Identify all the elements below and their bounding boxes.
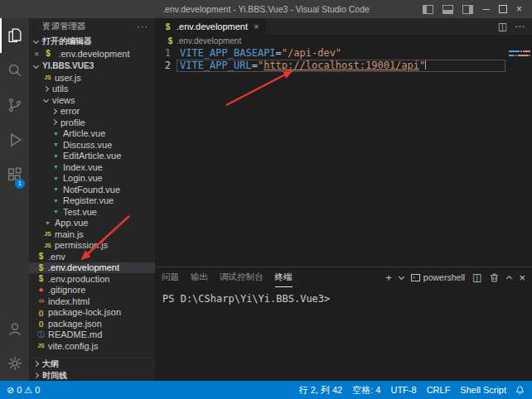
panel: 问题输出调试控制台终端 + > powershell ◫ ×	[155, 267, 532, 381]
tree-item-user.js[interactable]: JSuser.js	[29, 72, 155, 84]
source-control-icon[interactable]	[0, 88, 29, 123]
tree-item-label: Article.vue	[63, 128, 105, 138]
tree-item-Article.vue[interactable]: ▼Article.vue	[29, 128, 155, 140]
timeline-section[interactable]: 时间线	[29, 369, 155, 381]
tree-item-index.html[interactable]: <>index.html	[29, 296, 155, 307]
panel-tab-问题[interactable]: 问题	[162, 267, 179, 287]
split-terminal-icon[interactable]: ◫	[472, 272, 481, 283]
workspace-section[interactable]: YI.BBS.VUE3	[29, 60, 155, 72]
tree-item-.env.production[interactable]: $.env.production	[29, 273, 155, 285]
tab-close-icon[interactable]: ×	[254, 22, 259, 31]
tree-item-.env[interactable]: $.env	[29, 251, 155, 262]
outline-section[interactable]: 大纲	[29, 358, 155, 369]
tree-item-views[interactable]: views	[29, 94, 155, 106]
minimize-button[interactable]: ─	[482, 5, 490, 14]
tree-item-error[interactable]: error	[29, 106, 155, 118]
tab-env-development[interactable]: $ .env.development ×	[155, 18, 266, 35]
tree-item-main.js[interactable]: JSmain.js	[29, 228, 155, 240]
code-token: "/api-dev"	[282, 47, 341, 59]
minimap-token	[509, 50, 520, 52]
kill-terminal-icon[interactable]	[489, 272, 500, 283]
open-editor-item[interactable]: × $ .env.development	[29, 47, 155, 60]
status-item-0[interactable]: 行 2, 列 42	[294, 384, 348, 397]
minimap-token	[515, 55, 515, 56]
vue-file-icon: ▼	[51, 142, 61, 147]
panel-tab-终端[interactable]: 终端	[275, 267, 293, 287]
customize-layout-icon[interactable]	[462, 5, 473, 14]
tree-item-EditArticle.vue[interactable]: ▼EditArticle.vue	[29, 151, 155, 162]
editor-code-area[interactable]: 1VITE_APP_BASEAPI="/api-dev"2VITE_APP_UR…	[155, 46, 532, 267]
tab-label: .env.development	[177, 22, 248, 31]
minimap[interactable]	[507, 48, 532, 267]
toggle-panel-icon[interactable]	[443, 5, 453, 14]
tree-item-Login.vue[interactable]: ▼Login.vue	[29, 173, 155, 185]
status-item-2[interactable]: UTF-8	[385, 385, 421, 395]
tree-item-.env.development[interactable]: $.env.development	[29, 262, 155, 274]
env-file-icon: $	[162, 22, 173, 31]
close-panel-icon[interactable]: ×	[519, 272, 525, 284]
more-actions-icon[interactable]: ···	[138, 22, 149, 31]
breadcrumb[interactable]: $ .env.development	[155, 35, 532, 46]
tree-item-Register.vue[interactable]: ▼Register.vue	[29, 195, 155, 207]
split-editor-icon[interactable]: ◫	[498, 21, 507, 32]
terminal-instance-selector[interactable]: > powershell	[411, 272, 465, 282]
panel-tab-输出[interactable]: 输出	[191, 267, 208, 287]
tree-item-label: permission.js	[55, 240, 108, 250]
breadcrumb-file: .env.development	[177, 36, 241, 46]
tree-item-vite.config.js[interactable]: JSvite.config.js	[29, 340, 155, 352]
tree-item-label: Index.vue	[63, 162, 103, 172]
extensions-icon[interactable]: 1	[0, 157, 29, 192]
tree-item-label: index.html	[48, 296, 89, 306]
tree-item-permission.js[interactable]: JSpermission.js	[29, 240, 155, 252]
activity-bar: 1	[0, 18, 29, 381]
run-debug-icon[interactable]	[0, 123, 29, 157]
tree-item-App.vue[interactable]: ▼App.vue	[29, 218, 155, 229]
status-item-4[interactable]: Shell Script	[455, 385, 511, 395]
maximize-button[interactable]	[499, 5, 507, 13]
shell-name: powershell	[423, 272, 465, 282]
toggle-sidebar-icon[interactable]	[423, 5, 433, 14]
search-icon[interactable]	[0, 53, 29, 88]
code-token: =	[276, 47, 282, 59]
tree-item-.gitignore[interactable]: ◆.gitignore	[29, 285, 155, 296]
maximize-panel-icon[interactable]	[507, 274, 511, 281]
env-file-icon: $	[36, 274, 46, 283]
editor-group: $ .env.development × ◫ ⋯ $ .env.developm…	[155, 18, 532, 381]
explorer-icon[interactable]	[0, 18, 29, 53]
notifications-bell-icon[interactable]	[511, 385, 525, 396]
account-icon[interactable]	[0, 311, 29, 346]
vue-file-icon: ▼	[51, 186, 61, 192]
tree-item-Index.vue[interactable]: ▼Index.vue	[29, 161, 155, 173]
terminal-profile-dropdown-icon[interactable]	[399, 276, 404, 279]
open-editors-section[interactable]: 打开的编辑器	[29, 35, 155, 47]
tree-item-label: Register.vue	[63, 195, 114, 205]
code-line-1[interactable]: 1VITE_APP_BASEAPI="/api-dev"	[155, 47, 532, 60]
tree-item-label: views	[52, 95, 75, 105]
status-item-1[interactable]: 空格: 4	[347, 384, 385, 397]
code-line-2[interactable]: 2VITE_APP_URL="http://localhost:19001/ap…	[155, 60, 532, 72]
open-editor-label: .env.development	[58, 49, 129, 59]
status-item-3[interactable]: CRLF	[422, 385, 456, 395]
panel-tab-调试控制台[interactable]: 调试控制台	[220, 267, 264, 287]
tree-item-profile[interactable]: profile	[29, 117, 155, 128]
code-token: VITE_APP_BASEAPI	[180, 47, 276, 59]
tree-item-utils[interactable]: utils	[29, 84, 155, 95]
minimap-token	[518, 55, 529, 56]
terminal[interactable]: PS D:\CSharp\Yi\Yi.BBS.Vue3>	[155, 287, 532, 381]
tree-item-Test.vue[interactable]: ▼Test.vue	[29, 206, 155, 218]
tree-item-package-lock.json[interactable]: {}package-lock.json	[29, 307, 155, 319]
tree-item-package.json[interactable]: {}package.json	[29, 318, 155, 329]
code-line-text: VITE_APP_URL="http://localhost:19001/api…	[177, 60, 505, 72]
tree-item-Discuss.vue[interactable]: ▼Discuss.vue	[29, 139, 155, 151]
close-editor-icon[interactable]: ×	[34, 49, 39, 59]
tree-item-README.md[interactable]: ⓘREADME.md	[29, 329, 155, 341]
chevron-right-icon	[33, 361, 39, 367]
text-cursor	[425, 60, 426, 70]
problems-indicator[interactable]: ⊘ 0 ⚠ 0	[7, 385, 40, 396]
tree-item-NotFound.vue[interactable]: ▼NotFound.vue	[29, 184, 155, 195]
json-file-icon: {}	[36, 309, 46, 316]
editor-more-actions-icon[interactable]: ⋯	[515, 21, 525, 32]
settings-gear-icon[interactable]	[0, 346, 29, 381]
close-window-button[interactable]: ×	[516, 5, 522, 14]
new-terminal-icon[interactable]: +	[385, 272, 392, 284]
